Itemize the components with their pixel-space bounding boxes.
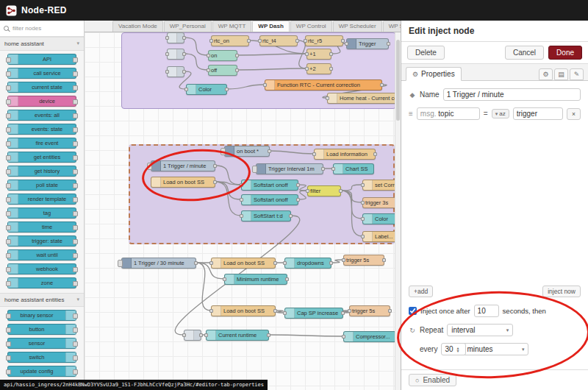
palette-node[interactable]: call service — [7, 68, 76, 79]
input-port[interactable] — [240, 214, 243, 218]
type-select[interactable]: ▾ az — [492, 109, 509, 118]
input-port[interactable] — [207, 68, 210, 72]
tab-properties[interactable]: ⚙ Properties — [406, 67, 462, 81]
palette-category-header[interactable]: home assistant▾ — [0, 37, 84, 51]
prop-value-input[interactable] — [513, 107, 563, 120]
output-port[interactable] — [296, 198, 300, 202]
output-port[interactable] — [235, 54, 239, 57]
flow-tab[interactable]: Vacation Mode — [112, 21, 163, 32]
output-port[interactable] — [329, 261, 333, 265]
input-port[interactable] — [283, 311, 287, 315]
input-port[interactable] — [331, 167, 335, 171]
inject-run-button[interactable] — [118, 260, 123, 267]
flow-node[interactable]: Current runtime — [206, 330, 269, 341]
flow-node[interactable]: Chart SS — [333, 163, 374, 174]
flow-node[interactable]: Compressor... — [343, 331, 396, 342]
inject-now-button[interactable]: inject now — [542, 286, 581, 297]
output-port[interactable] — [341, 311, 345, 315]
palette-node[interactable]: render template — [7, 194, 76, 205]
output-port[interactable] — [182, 52, 186, 56]
palette-node[interactable]: device — [7, 96, 76, 107]
flow-tab[interactable]: WP Scheduler — [333, 21, 382, 32]
delete-button[interactable]: Delete — [407, 46, 445, 60]
palette-search[interactable]: filter nodes — [0, 21, 84, 37]
flow-node[interactable]: Home heat - Current correct... — [327, 93, 401, 104]
palette-node[interactable]: current state — [7, 82, 76, 93]
palette-node[interactable]: trigger: state — [7, 235, 76, 247]
output-port[interactable] — [329, 52, 333, 56]
input-port[interactable] — [345, 42, 348, 46]
input-port[interactable] — [209, 261, 213, 265]
input-port[interactable] — [312, 152, 316, 156]
inject-run-button[interactable] — [147, 163, 152, 170]
output-port[interactable] — [213, 180, 217, 184]
flow-node[interactable]: rtc_t4 — [259, 35, 298, 46]
name-input[interactable] — [443, 88, 581, 101]
flow-node[interactable]: set Correction... — [362, 180, 399, 191]
palette-node[interactable]: poll state — [7, 180, 76, 191]
flow-node[interactable]: Color — [186, 84, 227, 95]
palette-node[interactable]: events: all — [7, 110, 76, 121]
output-port[interactable] — [268, 149, 271, 153]
input-port[interactable] — [263, 83, 267, 87]
input-port[interactable] — [306, 189, 309, 193]
output-port[interactable] — [329, 67, 333, 71]
output-port[interactable] — [199, 333, 203, 337]
input-port[interactable] — [361, 201, 365, 205]
input-port[interactable] — [361, 235, 365, 238]
palette-node[interactable]: binary sensor — [7, 310, 76, 321]
done-button[interactable]: Done — [548, 46, 582, 60]
output-port[interactable] — [289, 214, 293, 218]
input-port[interactable] — [240, 198, 243, 202]
flow-node[interactable]: Cap SP increase — [284, 308, 343, 319]
output-port[interactable] — [247, 39, 251, 43]
palette-node[interactable]: switch — [7, 352, 76, 363]
input-port[interactable] — [361, 217, 365, 221]
input-port[interactable] — [165, 70, 169, 74]
flow-node[interactable]: dropdowns — [284, 258, 331, 269]
palette-node[interactable]: tag — [7, 208, 76, 219]
palette-category-header[interactable]: home assistant entities▾ — [0, 293, 84, 307]
flow-node[interactable]: Color — [362, 213, 399, 224]
output-port[interactable] — [339, 189, 343, 193]
flow-node[interactable]: Load information — [314, 149, 376, 160]
flow-node[interactable]: trigger 5s — [343, 255, 384, 266]
palette-node[interactable]: webhook — [7, 263, 76, 274]
input-port[interactable] — [342, 335, 345, 338]
flow-node[interactable]: Softstart onoff — [241, 194, 298, 205]
flow-node[interactable]: rtc_r5 — [305, 35, 343, 46]
repeat-select[interactable]: interval ▾ — [447, 324, 513, 336]
every-value-input[interactable] — [441, 343, 466, 355]
palette-node[interactable]: sensor — [7, 338, 76, 349]
input-port[interactable] — [223, 277, 226, 281]
palette-node[interactable]: get history — [7, 166, 76, 177]
flow-node[interactable]: Load on boot SS — [151, 177, 215, 188]
output-port[interactable] — [182, 36, 186, 40]
flow-node[interactable]: Label... — [362, 231, 399, 242]
flow-tab[interactable]: WP Control — [290, 21, 332, 32]
input-port[interactable] — [182, 333, 186, 337]
input-port[interactable] — [240, 183, 243, 187]
flow-node[interactable]: 1 Trigger / minute — [151, 160, 215, 171]
flow-node[interactable]: Minimum runtime — [224, 274, 287, 285]
flow-node[interactable] — [184, 330, 201, 341]
inject-run-button[interactable] — [252, 166, 257, 173]
flow-node[interactable]: Trigger — [346, 38, 389, 49]
output-port[interactable] — [295, 39, 299, 43]
output-port[interactable] — [194, 261, 198, 265]
palette-node[interactable]: fire event — [7, 138, 76, 149]
flow-node[interactable]: +2 — [306, 63, 331, 74]
description-icon[interactable]: ▤ — [554, 68, 568, 80]
stepper-arrows[interactable]: ▴▾ — [456, 347, 459, 352]
flow-tab[interactable]: WP MQTT — [212, 21, 252, 32]
flow-node[interactable]: 1 Trigger / 30 minute — [121, 258, 196, 269]
flow-node[interactable] — [167, 49, 184, 60]
flow-node[interactable]: filter — [307, 185, 341, 196]
flow-node[interactable]: on boot * — [224, 146, 270, 157]
flow-node[interactable] — [167, 32, 184, 43]
output-port[interactable] — [296, 183, 300, 187]
output-port[interactable] — [182, 70, 186, 74]
flow-node[interactable] — [167, 66, 184, 77]
output-port[interactable] — [388, 309, 392, 313]
palette-node[interactable]: update config — [7, 366, 76, 377]
